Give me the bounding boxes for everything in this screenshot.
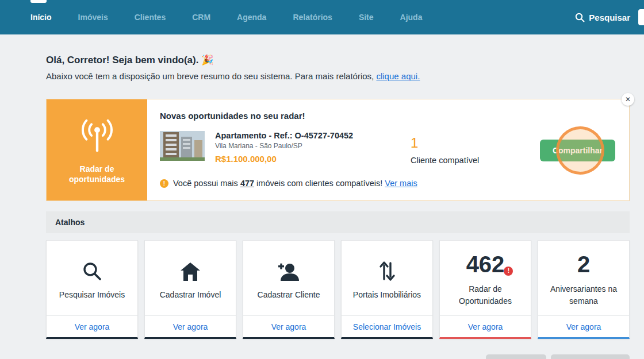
shortcut-action-link[interactable]: Ver agora: [440, 315, 531, 337]
shortcut-card-cadastrar-cliente[interactable]: Cadastrar Cliente Ver agora: [243, 240, 335, 339]
nav-item-relatorios[interactable]: Relatórios: [293, 13, 332, 22]
partial-button-right[interactable]: [551, 354, 630, 359]
shortcut-action-link[interactable]: Selecionar Imóveis: [342, 315, 432, 337]
search-button[interactable]: Pesquisar: [575, 0, 630, 34]
nav-item-clientes[interactable]: Clientes: [135, 13, 166, 22]
shortcut-label: Portais Imobiliários: [353, 289, 421, 300]
radar-more-line: ! Você possui mais 477 imóveis com clien…: [160, 179, 417, 188]
active-tab-indicator: [30, 0, 47, 3]
more-text: Você possui mais 477 imóveis com cliente…: [173, 179, 417, 188]
radar-card-content: Novas oportunidades no seu radar!: [147, 99, 629, 200]
greeting-subtitle: Abaixo você tem a disposição um breve re…: [46, 71, 644, 81]
shortcut-card-pesquisar-imoveis[interactable]: Pesquisar Imóveis Ver agora: [46, 240, 138, 339]
shortcut-card-radar-oportunidades[interactable]: 462! Radar de Oportunidades Ver agora: [439, 240, 531, 339]
nav-item-site[interactable]: Site: [359, 13, 374, 22]
shortcut-card-portais-imobiliarios[interactable]: Portais Imobiliários Selecionar Imóveis: [341, 240, 433, 339]
more-count: 477: [240, 179, 254, 188]
shortcut-label: Cadastrar Cliente: [258, 289, 320, 300]
compatible-clients: 1 Cliente compatível: [411, 135, 479, 165]
property-price: R$1.100.000,00: [215, 154, 353, 164]
property-location: Vila Mariana - São Paulo/SP: [215, 142, 353, 150]
shortcuts-header: Atalhos: [46, 211, 630, 233]
nav-item-agenda[interactable]: Agenda: [237, 13, 266, 22]
radar-opportunities-card: ✕ Radar de oportunidades Novas oportunid…: [46, 99, 630, 201]
radar-antenna-icon: [77, 115, 117, 156]
shortcut-action-link[interactable]: Ver agora: [538, 315, 629, 337]
shortcut-label: Radar de Oportunidades: [450, 283, 520, 307]
clique-aqui-link[interactable]: clique aqui.: [376, 71, 420, 81]
partial-button-left[interactable]: [486, 354, 546, 359]
nav-item-crm[interactable]: CRM: [192, 13, 210, 22]
person-add-icon: [277, 258, 300, 281]
nav-item-inicio[interactable]: Início: [30, 13, 52, 22]
nav-items: Início Imóveis Clientes CRM Agenda Relat…: [0, 13, 422, 22]
property-info: Apartamento - Ref.: O-45727-70452 Vila M…: [215, 131, 353, 164]
share-button[interactable]: Compartilhar: [540, 140, 615, 161]
party-emoji-icon: 🎉: [201, 55, 213, 65]
top-nav: Início Imóveis Clientes CRM Agenda Relat…: [0, 0, 644, 34]
birthday-count: 2: [577, 253, 590, 276]
shortcut-action-link[interactable]: Ver agora: [47, 315, 137, 337]
page-title: Olá, Corretor! Seja bem vindo(a). 🎉: [46, 54, 644, 66]
property-title: Apartamento - Ref.: O-45727-70452: [215, 131, 353, 140]
search-label: Pesquisar: [589, 13, 630, 22]
info-icon: !: [160, 179, 168, 188]
compatible-count: 1: [411, 135, 479, 151]
compatible-label: Cliente compatível: [411, 156, 479, 165]
alert-badge-icon: !: [504, 267, 513, 276]
nav-item-ajuda[interactable]: Ajuda: [400, 13, 423, 22]
ver-mais-link[interactable]: Ver mais: [385, 179, 417, 188]
shortcut-action-link[interactable]: Ver agora: [145, 315, 236, 337]
shortcut-label: Aniversariantes na semana: [549, 283, 619, 307]
nav-edge-button[interactable]: [638, 9, 644, 25]
radar-headline: Novas oportunidades no seu radar!: [160, 111, 615, 121]
radar-count: 462!: [466, 253, 505, 276]
radar-side-label: Radar de oportunidades: [63, 164, 132, 184]
shortcut-label: Cadastrar Imóvel: [160, 289, 221, 300]
shortcut-label: Pesquisar Imóveis: [59, 289, 125, 300]
radar-card-side-panel: Radar de oportunidades: [47, 99, 147, 200]
search-properties-icon: [82, 258, 102, 281]
shortcut-card-aniversariantes[interactable]: 2 Aniversariantes na semana Ver agora: [538, 240, 630, 339]
shortcut-action-link[interactable]: Ver agora: [243, 315, 334, 337]
shortcut-cards: Pesquisar Imóveis Ver agora Cadastrar Im…: [46, 240, 630, 339]
swap-vertical-icon: [378, 258, 396, 281]
property-thumbnail: [160, 131, 205, 161]
main-content: Olá, Corretor! Seja bem vindo(a). 🎉 Abai…: [0, 34, 644, 339]
search-icon: [575, 13, 585, 22]
home-icon: [180, 258, 201, 281]
nav-item-imoveis[interactable]: Imóveis: [78, 13, 108, 22]
shortcut-card-cadastrar-imovel[interactable]: Cadastrar Imóvel Ver agora: [144, 240, 236, 339]
